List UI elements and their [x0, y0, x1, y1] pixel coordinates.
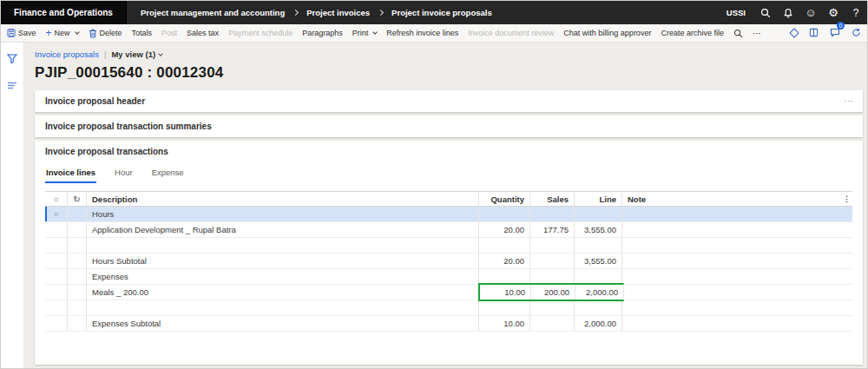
cell-quantity[interactable]: [479, 238, 530, 253]
refresh-invoice-lines-button[interactable]: Refresh invoice lines: [386, 29, 458, 37]
cell-sales-price[interactable]: 177.75: [530, 222, 575, 237]
smiley-icon[interactable]: ☺: [799, 1, 822, 24]
table-row[interactable]: Hours Subtotal 20.00 3,555.00: [45, 254, 852, 269]
cell-description[interactable]: Meals _ 200.00: [87, 285, 480, 300]
plus-icon: +: [46, 30, 52, 37]
command-search-icon[interactable]: [733, 29, 743, 38]
cell-line-amount[interactable]: [575, 207, 622, 221]
back-link[interactable]: Invoice proposals: [35, 49, 99, 59]
select-all-radio[interactable]: ○: [45, 192, 68, 206]
table-row[interactable]: [45, 300, 852, 316]
cell-note[interactable]: [622, 254, 852, 268]
section-header-toggle[interactable]: Invoice proposal transaction summaries: [35, 115, 863, 137]
cell-line-amount[interactable]: [575, 269, 622, 284]
cell-note[interactable]: [622, 222, 852, 237]
cell-description[interactable]: Application Development _ Rupal Batra: [87, 222, 479, 237]
cell-line-amount[interactable]: 2,000.00: [575, 285, 623, 300]
totals-button[interactable]: Totals: [132, 29, 153, 37]
cell-quantity[interactable]: [479, 269, 530, 284]
breadcrumb-item-module[interactable]: Project management and accounting: [141, 8, 285, 17]
task-list-icon[interactable]: [7, 77, 17, 93]
cell-note[interactable]: [622, 269, 852, 284]
cell-description[interactable]: Hours Subtotal: [87, 254, 479, 268]
book-icon[interactable]: [809, 25, 819, 41]
create-archive-file-button[interactable]: Create archive file: [661, 29, 724, 37]
search-icon[interactable]: [754, 1, 777, 24]
column-quantity[interactable]: Quantity: [479, 192, 530, 206]
new-button[interactable]: + New: [46, 29, 79, 37]
cell-sales-price[interactable]: [530, 238, 575, 253]
tab-expense[interactable]: Expense: [151, 164, 185, 183]
app-title[interactable]: Finance and Operations: [1, 1, 127, 24]
app-window: Finance and Operations Project managemen…: [0, 0, 868, 369]
cell-description[interactable]: [87, 238, 479, 253]
cell-description[interactable]: Expenses Subtotal: [87, 316, 479, 331]
breadcrumb-item-page[interactable]: Project invoice proposals: [391, 8, 492, 17]
table-row[interactable]: Expenses: [45, 269, 852, 285]
company-picker[interactable]: USSI: [727, 8, 746, 17]
column-line-amount[interactable]: Line amount: [575, 192, 622, 206]
cell-description[interactable]: [87, 300, 479, 315]
column-note[interactable]: Note ⋮: [622, 192, 852, 206]
breadcrumb-item-area[interactable]: Project invoices: [306, 8, 370, 17]
column-options-icon[interactable]: ⋮: [843, 192, 852, 206]
chat-with-billing-approver-button[interactable]: Chat with billing approver: [563, 29, 651, 37]
grid-diamond-icon[interactable]: [789, 28, 799, 37]
cell-sales-price[interactable]: [530, 254, 575, 268]
cell-line-amount[interactable]: 3,555.00: [575, 222, 622, 237]
table-row[interactable]: Application Development _ Rupal Batra 20…: [45, 222, 852, 238]
refresh-column-icon[interactable]: ↻: [68, 192, 87, 206]
section-transaction-summaries: Invoice proposal transaction summaries: [35, 115, 863, 137]
filter-icon[interactable]: [7, 51, 17, 67]
cell-description[interactable]: Hours: [87, 207, 479, 221]
row-radio[interactable]: ○: [45, 207, 68, 221]
column-sales-price[interactable]: Sales price: [530, 192, 575, 206]
paragraphs-button[interactable]: Paragraphs: [302, 29, 343, 37]
cell-sales-price[interactable]: [530, 269, 575, 284]
payment-schedule-button: Payment schedule: [228, 29, 293, 37]
invoice-lines-grid: ○ ↻ Description Quantity Sales price Lin…: [45, 191, 852, 332]
cell-sales-price[interactable]: [530, 316, 575, 331]
cell-quantity[interactable]: 10.00: [479, 316, 530, 331]
more-commands-icon[interactable]: ⋯: [753, 29, 762, 38]
table-row[interactable]: Meals _ 200.00 10.00 200.00 2,000.00: [45, 285, 852, 300]
cell-quantity[interactable]: 20.00: [479, 222, 530, 237]
cell-quantity[interactable]: [479, 207, 530, 221]
cell-note[interactable]: [622, 238, 852, 253]
cell-line-amount[interactable]: 3,555.00: [575, 254, 622, 268]
grid-header-row: ○ ↻ Description Quantity Sales price Lin…: [45, 191, 852, 207]
save-button[interactable]: Save: [7, 29, 36, 37]
delete-button[interactable]: Delete: [89, 29, 122, 38]
cell-note[interactable]: [622, 300, 852, 315]
view-selector[interactable]: My view (1): [111, 49, 162, 59]
help-icon[interactable]: ?: [845, 1, 867, 24]
table-row[interactable]: [45, 238, 852, 254]
sales-tax-button[interactable]: Sales tax: [187, 29, 219, 37]
cell-note[interactable]: [622, 207, 852, 221]
column-description[interactable]: Description: [87, 192, 479, 206]
cell-sales-price[interactable]: [530, 207, 575, 221]
bell-icon[interactable]: [777, 1, 799, 24]
cell-quantity[interactable]: [479, 300, 530, 315]
cell-sales-price[interactable]: [530, 300, 575, 315]
section-header-toggle[interactable]: Invoice proposal header ···: [35, 90, 863, 112]
tab-hour[interactable]: Hour: [114, 164, 134, 183]
gear-icon[interactable]: ⚙: [822, 1, 845, 24]
cell-sales-price[interactable]: 200.00: [531, 285, 575, 300]
cell-quantity[interactable]: 20.00: [479, 254, 530, 268]
section-more-icon[interactable]: ···: [845, 97, 854, 105]
section-header-toggle[interactable]: Invoice proposal transactions: [35, 141, 863, 162]
cell-line-amount[interactable]: 2,000.00: [575, 316, 622, 331]
cell-description[interactable]: Expenses: [87, 269, 479, 284]
tab-invoice-lines[interactable]: Invoice lines: [45, 164, 96, 183]
cell-line-amount[interactable]: [575, 238, 622, 253]
cell-line-amount[interactable]: [575, 300, 622, 315]
chat-bubble-icon[interactable]: 0: [830, 25, 840, 41]
table-row[interactable]: Expenses Subtotal 10.00 2,000.00: [45, 316, 852, 332]
table-row[interactable]: ○ Hours: [45, 207, 852, 222]
cell-note[interactable]: [622, 316, 852, 331]
cell-quantity[interactable]: 10.00: [480, 285, 531, 300]
print-button[interactable]: Print: [352, 29, 378, 37]
refresh-icon[interactable]: [852, 25, 861, 41]
cell-note[interactable]: [622, 285, 852, 300]
